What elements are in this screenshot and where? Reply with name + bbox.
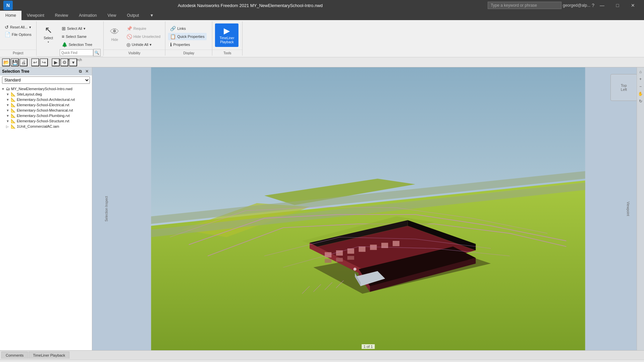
hide-unselected-button[interactable]: 🚫 Hide Unselected [124,33,163,40]
viewport-right-nav: ⌂ + − ✋ ↻ [637,67,644,350]
quick-properties-button[interactable]: 📋 Quick Properties [168,33,206,40]
timeliner-icon: ▶ [224,26,230,36]
nav-pan-btn[interactable]: ✋ [638,91,644,97]
tab-output[interactable]: Output [121,11,144,20]
quick-find-button[interactable]: 🔍 [93,49,101,56]
root-label: MY_NewElementarySchool-Intro.nwd [11,87,72,91]
viewport[interactable]: TopLeft ⌂ + − ✋ ↻ Selection Inspect View… [92,67,644,350]
expand-ac[interactable]: ▷ [6,125,11,128]
ribbon-tabs[interactable]: Home Viewpoint Review Animation View Out… [0,11,644,20]
close-button[interactable]: ✕ [625,0,641,11]
expand-arch[interactable]: ▼ [6,98,11,102]
select-button[interactable]: ↖ Select ▾ [39,23,58,44]
require-button[interactable]: 📌 Require [124,25,163,32]
tab-review[interactable]: Review [50,11,73,20]
ribbon-content: ↺ Reset All... ▾ 📄 File Options Project [0,20,644,57]
tree-item-struct[interactable]: ▼ 📐 Elementary-School-Structure.rvt [0,118,92,124]
links-button[interactable]: 🔗 Links [168,25,206,32]
toolbar-print[interactable]: 🖨 [19,58,28,66]
quick-find-input[interactable] [60,49,93,56]
toolbar-play[interactable]: ▶ [52,58,60,66]
nav-home-btn[interactable]: ⌂ [638,69,644,75]
group-visibility-label: Visibility [104,50,165,55]
maximize-button[interactable]: □ [610,0,625,11]
toolbar-redo[interactable]: ↪ [40,58,48,66]
tab-extra[interactable]: ▼ [144,11,159,20]
cube-face[interactable]: TopLeft [610,74,637,101]
group-tools: ▶ TimeLiner Playback Tools [212,21,243,56]
nav-zoom-out-btn[interactable]: − [638,83,644,89]
nav-cube[interactable]: TopLeft [610,74,637,101]
tree-item-mech[interactable]: ▼ 📐 Elementary-School-Mechanical.rvt [0,108,92,113]
reset-all-button[interactable]: ↺ Reset All... ▾ [3,23,34,31]
quick-find-area[interactable]: 🔍 [60,49,101,56]
timeliner-playback-button[interactable]: ▶ TimeLiner Playback [215,23,238,47]
toolbar-undo[interactable]: ↩ [31,58,39,66]
panel-float-button[interactable]: ⧉ [77,68,83,74]
file-options-button[interactable]: 📄 File Options [3,31,34,38]
title-search-area[interactable]: georged@alp... ? [488,2,594,9]
toolbar-sep-1 [29,59,30,66]
unhide-all-button[interactable]: ◎ Unhide All ▾ [124,41,163,48]
properties-button[interactable]: ℹ Properties [168,41,206,48]
tree-item-elec[interactable]: ▼ 📐 Elementary-School-Electrical.rvt [0,102,92,108]
quick-properties-icon: 📋 [170,34,176,39]
nav-orbit-btn[interactable]: ↻ [638,98,644,104]
page-indicator: 1 of 1 [362,344,375,349]
tree-area: ▼ 🗂 MY_NewElementarySchool-Intro.nwd ▼ 📐… [0,85,92,350]
panel-header-buttons[interactable]: ⧉ ✕ [77,68,90,74]
tab-home[interactable]: Home [0,11,21,20]
expand-struct[interactable]: ▼ [6,119,11,123]
panel-dropdown[interactable]: Standard [0,75,92,85]
hide-icon: 👁 [110,26,119,37]
svg-point-32 [354,268,357,271]
toolbar-open[interactable]: 📂 [2,58,10,66]
selection-tree-button[interactable]: 🌲 Selection Tree [60,41,101,48]
tab-view[interactable]: View [102,11,122,20]
tab-animation[interactable]: Animation [73,11,102,20]
svg-rect-20 [336,258,343,261]
expand-mech[interactable]: ▼ [6,109,11,112]
group-project: ↺ Reset All... ▾ 📄 File Options Project [0,21,37,56]
tab-viewpoint[interactable]: Viewpoint [21,11,50,20]
title-left: N [3,1,13,10]
nav-zoom-in-btn[interactable]: + [638,76,644,82]
expand-elec[interactable]: ▼ [6,103,11,107]
window-controls[interactable]: — □ ✕ [594,0,641,11]
select-all-button[interactable]: ⊞ Select All ▾ [60,25,101,32]
tree-item-arch[interactable]: ▼ 📐 Elementary-School-Architectural.rvt [0,97,92,102]
expand-plumb[interactable]: ▼ [6,114,11,118]
root-icon: 🗂 [6,86,10,91]
tree-item-site[interactable]: ▼ 📐 SiteLayout.dwg [0,92,92,97]
help-icon[interactable]: ? [592,3,594,8]
visibility-small-buttons: 📌 Require 🚫 Hide Unselected ◎ Unhide All… [124,23,163,48]
links-icon: 🔗 [170,26,176,31]
require-icon: 📌 [126,26,132,31]
panel-close-button[interactable]: ✕ [84,68,90,74]
tab-comments[interactable]: Comments [1,352,28,359]
select-same-button[interactable]: ≡ Select Same [60,33,101,40]
tree-mode-select[interactable]: Standard [2,76,90,84]
toolbar-settings[interactable]: ⚙ [60,58,68,66]
minimize-button[interactable]: — [594,0,610,11]
plumb-icon: 📐 [11,113,16,118]
select-all-arrow: ▾ [84,26,86,31]
hide-button[interactable]: 👁 Hide [106,23,123,44]
file-options-icon: 📄 [5,32,10,37]
svg-rect-21 [347,256,354,260]
elec-icon: 📐 [11,103,16,107]
toolbar-save[interactable]: 💾 [11,58,19,66]
toolbar-extra[interactable]: ▾ [69,58,77,66]
bottom-strip: 1 of 1 − ━━━━━━━━━━ + 1119% [0,360,644,362]
expand-site[interactable]: ▼ [6,93,11,96]
tab-timeliner-playback[interactable]: TimeLiner Playback [29,352,69,359]
title-search-input[interactable] [488,2,561,9]
select-btn-area: ↖ Select ▾ [39,23,58,47]
group-visibility-content: 👁 Hide 📌 Require 🚫 Hide Unselected ◎ [106,22,163,50]
expand-root[interactable]: ▼ [1,87,6,91]
tree-item-ac[interactable]: ▷ 📐 1Unit_CommercialAC.iam [0,124,92,129]
tree-item-root[interactable]: ▼ 🗂 MY_NewElementarySchool-Intro.nwd [0,86,92,92]
ac-icon: 📐 [11,124,16,129]
mech-icon: 📐 [11,108,16,113]
tree-item-plumb[interactable]: ▼ 📐 Elementary-School-Plumbing.rvt [0,113,92,118]
